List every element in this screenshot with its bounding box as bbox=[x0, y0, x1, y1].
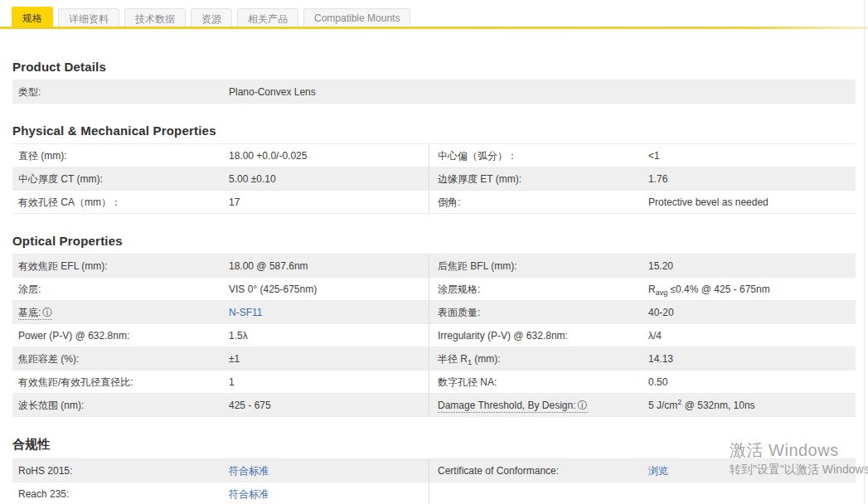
spec-label: 类型: bbox=[18, 86, 229, 98]
numerical-aperture-cell: 数字孔径 NA:0.50 bbox=[429, 371, 856, 393]
efl-cell: 有效焦距 EFL (mm):18.00 @ 587.6nm bbox=[12, 254, 429, 277]
spec-label: 有效焦距/有效孔径直径比: bbox=[18, 376, 229, 388]
spec-label: Reach 235: bbox=[18, 488, 229, 500]
spec-row: 涂层:VIS 0° (425-675nm)涂层规格:Ravg ≤0.4% @ 4… bbox=[12, 278, 856, 301]
spec-label: 中心厚度 CT (mm): bbox=[18, 173, 229, 185]
edge-thickness-cell: 边缘厚度 ET (mm):1.76 bbox=[429, 167, 856, 190]
damage-threshold-tooltip-trigger[interactable]: Damage Threshold, By Design:ⓘ bbox=[438, 400, 588, 413]
page-right-edge-divider bbox=[864, 0, 865, 504]
clear-aperture-cell: 有效孔径 CA（mm）：17 bbox=[12, 191, 429, 213]
spec-row: Power (P-V) @ 632.8nm:1.5λIrregularity (… bbox=[12, 324, 856, 347]
product-spec-page: { "colors": { "accent_yellow": "#fed501"… bbox=[0, 0, 868, 504]
section-optical-properties: Optical Properties有效焦距 EFL (mm):18.00 @ … bbox=[12, 234, 856, 417]
tab-specs[interactable]: 规格 bbox=[12, 7, 53, 27]
spec-value: 17 bbox=[229, 196, 240, 208]
spec-value: 40-20 bbox=[648, 307, 674, 318]
spec-value: 18.00 @ 587.6nm bbox=[229, 260, 308, 272]
reach-235-cell: Reach 235:符合标准 bbox=[12, 482, 429, 504]
info-icon[interactable]: ⓘ bbox=[42, 307, 52, 318]
empty-cell bbox=[429, 482, 856, 504]
spec-value: 符合标准 bbox=[229, 465, 269, 477]
center-thickness-cell: 中心厚度 CT (mm):5.00 ±0.10 bbox=[12, 167, 429, 190]
surface-quality-cell: 表面质量:40-20 bbox=[429, 301, 856, 323]
spec-label: Certificate of Conformance: bbox=[438, 465, 648, 477]
info-icon[interactable]: ⓘ bbox=[578, 400, 588, 411]
spec-label: 数字孔径 NA: bbox=[438, 376, 648, 388]
spec-value: 5 J/cm2 @ 532nm, 10ns bbox=[648, 400, 755, 411]
bevel-cell: 倒角:Protective bevel as needed bbox=[429, 191, 856, 213]
spec-label: 后焦距 BFL (mm): bbox=[438, 260, 648, 272]
spec-value: 1.76 bbox=[648, 173, 667, 185]
section-product-details: Product Details类型:Plano-Convex Lens bbox=[12, 60, 856, 104]
coating-cell: 涂层:VIS 0° (425-675nm) bbox=[12, 278, 429, 300]
spec-value: Plano-Convex Lens bbox=[229, 86, 316, 98]
spec-row: 有效焦距 EFL (mm):18.00 @ 587.6nm后焦距 BFL (mm… bbox=[12, 254, 856, 278]
focal-length-tolerance-cell: 焦距容差 (%):±1 bbox=[12, 347, 429, 370]
spec-label: Irregularity (P-V) @ 632.8nm: bbox=[438, 330, 648, 342]
spec-label: 涂层规格: bbox=[438, 284, 648, 295]
radius-r1-cell: 半径 R1 (mm):14.13 bbox=[429, 347, 856, 370]
damage-threshold-cell: Damage Threshold, By Design:ⓘ5 J/cm2 @ 5… bbox=[429, 394, 856, 416]
tab-tech-data[interactable]: 技术数据 bbox=[124, 8, 186, 27]
spec-row: 类型:Plano-Convex Lens bbox=[12, 80, 856, 104]
spec-label: 边缘厚度 ET (mm): bbox=[438, 173, 648, 185]
spec-label: 半径 R1 (mm): bbox=[438, 353, 648, 365]
tab-details[interactable]: 详细资料 bbox=[58, 8, 119, 27]
tab-list: 规格详细资料技术数据资源相关产品Compatible Mounts bbox=[0, 7, 868, 27]
tab-bar: 规格详细资料技术数据资源相关产品Compatible Mounts bbox=[0, 0, 868, 29]
spec-value: 5.00 ±0.10 bbox=[229, 173, 276, 185]
substrate-tooltip-trigger[interactable]: 基底:ⓘ bbox=[18, 307, 52, 320]
section-physical-mechanical-properties: Physical & Mechanical Properties直径 (mm):… bbox=[12, 124, 856, 214]
spec-label: 有效孔径 CA（mm）： bbox=[18, 196, 229, 208]
section-title-product-details: Product Details bbox=[12, 60, 856, 74]
spec-value: Protective bevel as needed bbox=[648, 196, 769, 208]
substrate-link[interactable]: N-SF11 bbox=[229, 307, 262, 318]
spec-row: 基底:ⓘN-SF11表面质量:40-20 bbox=[12, 301, 856, 324]
diameter-cell: 直径 (mm):18.00 +0.0/-0.025 bbox=[12, 144, 429, 167]
spec-value: N-SF11 bbox=[229, 307, 262, 318]
spec-value: Ravg ≤0.4% @ 425 - 675nm bbox=[648, 284, 770, 295]
rohs-compliant-link[interactable]: 符合标准 bbox=[229, 465, 269, 477]
spec-label: Damage Threshold, By Design:ⓘ bbox=[438, 400, 648, 411]
reach-compliant-link[interactable]: 符合标准 bbox=[229, 488, 269, 500]
spec-label: Power (P-V) @ 632.8nm: bbox=[18, 330, 229, 342]
optical-properties-table: 有效焦距 EFL (mm):18.00 @ 587.6nm后焦距 BFL (mm… bbox=[12, 254, 856, 417]
spec-label: 直径 (mm): bbox=[18, 150, 229, 162]
spec-value: 18.00 +0.0/-0.025 bbox=[229, 150, 307, 162]
coating-spec-cell: 涂层规格:Ravg ≤0.4% @ 425 - 675nm bbox=[429, 278, 856, 300]
spec-value: 1.5λ bbox=[229, 330, 248, 342]
spec-label: 波长范围 (nm): bbox=[18, 400, 229, 411]
spec-value: <1 bbox=[648, 150, 660, 162]
spec-value: 15.20 bbox=[648, 260, 673, 272]
spec-value: ±1 bbox=[229, 353, 240, 365]
product-details-table: 类型:Plano-Convex Lens bbox=[12, 80, 856, 104]
spec-value: 14.13 bbox=[648, 353, 673, 365]
centering-cell: 中心偏（弧分）：<1 bbox=[429, 144, 856, 167]
windows-activation-watermark-line1: 激活 Windows bbox=[730, 439, 839, 462]
windows-activation-watermark-line2: 转到"设置"以激活 Windows。 bbox=[730, 463, 868, 477]
tab-resources[interactable]: 资源 bbox=[191, 8, 232, 27]
power-cell: Power (P-V) @ 632.8nm:1.5λ bbox=[12, 324, 429, 346]
spec-value: 浏览 bbox=[648, 465, 668, 477]
bfl-cell: 后焦距 BFL (mm):15.20 bbox=[429, 254, 856, 277]
spec-value: 1 bbox=[229, 376, 235, 388]
tab-underline bbox=[0, 27, 868, 29]
spec-label: 基底:ⓘ bbox=[18, 307, 229, 318]
tab-related-products[interactable]: 相关产品 bbox=[237, 8, 298, 27]
spec-label: RoHS 2015: bbox=[18, 465, 229, 477]
rohs-2015-cell: RoHS 2015:符合标准 bbox=[12, 459, 429, 482]
spec-row: 中心厚度 CT (mm):5.00 ±0.10边缘厚度 ET (mm):1.76 bbox=[12, 167, 856, 191]
spec-value: 425 - 675 bbox=[229, 400, 271, 411]
spec-row: 有效焦距/有效孔径直径比:1数字孔径 NA:0.50 bbox=[12, 371, 856, 394]
section-title-physical-mechanical-properties: Physical & Mechanical Properties bbox=[12, 124, 856, 138]
tab-compatible-mounts[interactable]: Compatible Mounts bbox=[303, 8, 410, 27]
substrate-cell: 基底:ⓘN-SF11 bbox=[12, 301, 429, 323]
wavelength-range-cell: 波长范围 (nm):425 - 675 bbox=[12, 394, 429, 416]
spec-row: 直径 (mm):18.00 +0.0/-0.025中心偏（弧分）：<1 bbox=[12, 144, 856, 167]
certificate-browse-link[interactable]: 浏览 bbox=[648, 465, 668, 477]
physical-mechanical-properties-table: 直径 (mm):18.00 +0.0/-0.025中心偏（弧分）：<1中心厚度 … bbox=[12, 143, 856, 214]
section-title-optical-properties: Optical Properties bbox=[12, 234, 856, 248]
spec-value: VIS 0° (425-675nm) bbox=[229, 284, 317, 295]
spec-row: 焦距容差 (%):±1半径 R1 (mm):14.13 bbox=[12, 347, 856, 371]
spec-row: 波长范围 (nm):425 - 675Damage Threshold, By … bbox=[12, 394, 856, 417]
